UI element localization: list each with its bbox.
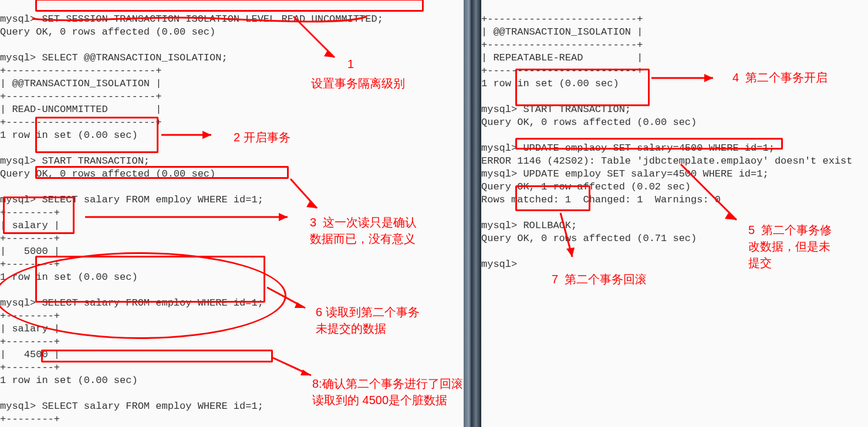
left-terminal-text: mysql> SET SESSION TRANSACTION ISOLATION… [0, 13, 464, 427]
right-terminal-text: +-------------------------+ | @@TRANSACT… [481, 13, 868, 271]
left-terminal-pane: mysql> SET SESSION TRANSACTION ISOLATION… [0, 0, 464, 427]
pane-divider [464, 0, 481, 427]
right-terminal-pane: +-------------------------+ | @@TRANSACT… [481, 0, 868, 427]
